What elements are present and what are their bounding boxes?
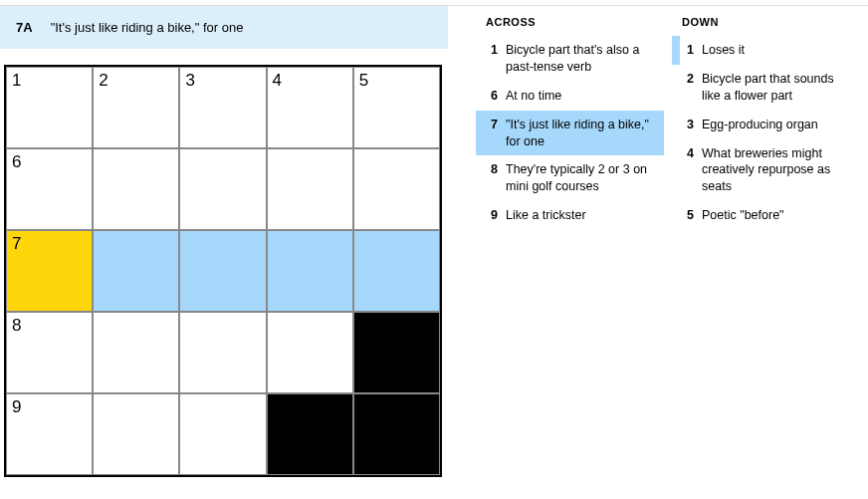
down-list[interactable]: 1Loses it2Bicycle part that sounds like … <box>672 36 860 494</box>
cell[interactable] <box>179 148 266 230</box>
cell[interactable] <box>93 230 179 312</box>
cell[interactable]: 5 <box>353 67 440 148</box>
down-clue-2[interactable]: 2Bicycle part that sounds like a flower … <box>672 65 860 111</box>
cell[interactable]: 8 <box>6 312 93 393</box>
cell[interactable] <box>179 312 266 393</box>
clue-number: 2 <box>684 71 702 105</box>
cell[interactable] <box>93 312 179 393</box>
cell[interactable] <box>267 230 353 312</box>
cell[interactable] <box>353 230 440 312</box>
down-column: DOWN 1Loses it2Bicycle part that sounds … <box>672 16 860 499</box>
down-clue-3[interactable]: 3Egg-producing organ <box>672 111 860 139</box>
cell[interactable]: 9 <box>6 393 93 475</box>
across-clue-9[interactable]: 9Like a trickster <box>476 201 664 230</box>
main-layout: 7A "It's just like riding a bike," for o… <box>0 6 868 499</box>
cell-number: 7 <box>12 234 21 254</box>
down-clue-5[interactable]: 5Poetic "before" <box>672 201 860 230</box>
cell[interactable]: 2 <box>93 67 179 148</box>
board-row: 12345 <box>6 67 440 148</box>
cell[interactable] <box>267 312 353 393</box>
clue-text: Bicycle part that's also a past-tense ve… <box>506 42 656 76</box>
puzzle-panel: 7A "It's just like riding a bike," for o… <box>0 6 448 499</box>
board-row: 6 <box>6 148 440 230</box>
cell-number: 1 <box>12 71 21 91</box>
clue-lists: ACROSS 1Bicycle part that's also a past-… <box>448 6 868 499</box>
clue-text: Egg-producing organ <box>702 117 852 133</box>
cell[interactable]: 1 <box>6 67 93 148</box>
clue-number: 1 <box>684 42 702 59</box>
clue-number: 9 <box>488 207 506 224</box>
down-header: DOWN <box>672 16 860 36</box>
board-row: 9 <box>6 393 440 475</box>
clue-text: "It's just like riding a bike," for one <box>506 117 656 150</box>
cell[interactable]: 4 <box>267 67 353 148</box>
clue-number: 6 <box>488 88 506 105</box>
cell-number: 3 <box>185 71 194 91</box>
clue-text: Loses it <box>702 42 852 59</box>
cell-black <box>353 393 440 475</box>
cell-number: 8 <box>12 316 21 336</box>
across-clue-8[interactable]: 8They're typically 2 or 3 on mini golf c… <box>476 155 664 201</box>
cell[interactable] <box>93 148 179 230</box>
clue-number: 7 <box>488 117 506 150</box>
current-clue-bar[interactable]: 7A "It's just like riding a bike," for o… <box>0 6 448 49</box>
down-clue-1[interactable]: 1Loses it <box>672 36 860 65</box>
clue-number: 1 <box>488 42 506 76</box>
current-clue-number: 7A <box>16 20 33 35</box>
cell-black <box>267 393 353 475</box>
cell[interactable] <box>179 393 266 475</box>
clue-number: 4 <box>684 145 702 196</box>
clue-text: Like a trickster <box>506 207 656 224</box>
cell[interactable] <box>353 148 440 230</box>
board-row: 7 <box>6 230 440 312</box>
clue-text: Bicycle part that sounds like a flower p… <box>702 71 852 105</box>
cell-number: 9 <box>12 397 21 417</box>
crossword-board: 123456789 <box>4 65 442 477</box>
cell-number: 2 <box>99 71 108 91</box>
current-clue-text: "It's just like riding a bike," for one <box>51 20 244 35</box>
clue-text: They're typically 2 or 3 on mini golf co… <box>506 161 656 195</box>
cell[interactable]: 3 <box>179 67 266 148</box>
across-header: ACROSS <box>476 16 664 36</box>
across-column: ACROSS 1Bicycle part that's also a past-… <box>476 16 664 499</box>
cell[interactable] <box>93 393 179 475</box>
cell[interactable] <box>179 230 266 312</box>
cell-number: 6 <box>12 152 21 172</box>
across-clue-6[interactable]: 6At no time <box>476 82 664 111</box>
board-row: 8 <box>6 312 440 393</box>
cell[interactable]: 6 <box>6 148 93 230</box>
down-clue-4[interactable]: 4What breweries might creatively repurpo… <box>672 139 860 202</box>
cell-number: 5 <box>359 71 368 91</box>
clue-number: 5 <box>684 207 702 224</box>
board-wrap: 123456789 <box>0 49 448 477</box>
across-clue-1[interactable]: 1Bicycle part that's also a past-tense v… <box>476 36 664 82</box>
clue-number: 3 <box>684 117 702 133</box>
clue-text: At no time <box>506 88 656 105</box>
clue-number: 8 <box>488 161 506 195</box>
cell[interactable] <box>267 148 353 230</box>
clue-text: What breweries might creatively repurpos… <box>702 145 852 196</box>
across-clue-7[interactable]: 7"It's just like riding a bike," for one <box>476 111 664 156</box>
cell[interactable]: 7 <box>6 230 93 312</box>
cell-number: 4 <box>273 71 282 91</box>
clue-text: Poetic "before" <box>702 207 852 224</box>
across-list[interactable]: 1Bicycle part that's also a past-tense v… <box>476 36 664 494</box>
cell-black <box>353 312 440 393</box>
